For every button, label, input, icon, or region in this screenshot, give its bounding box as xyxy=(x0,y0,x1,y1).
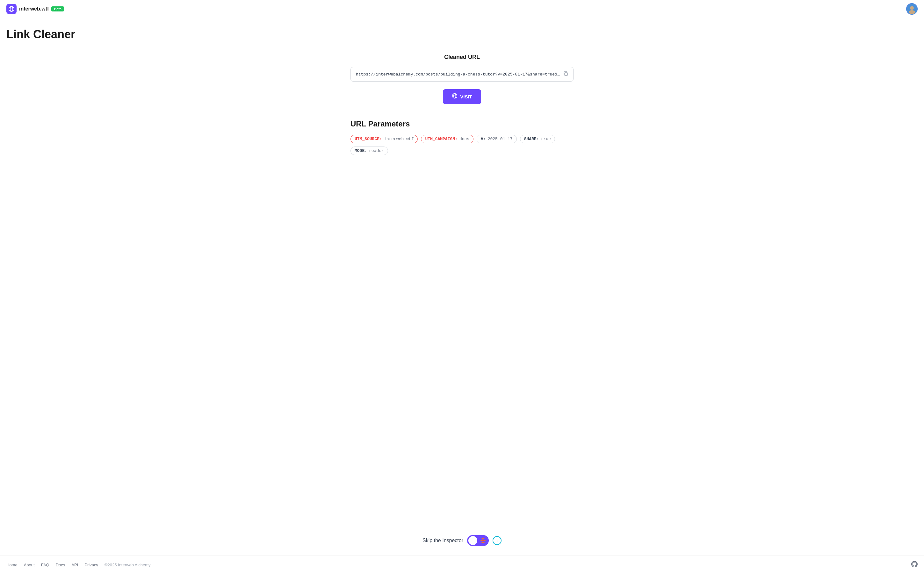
param-value-utm-campaign: docs xyxy=(459,137,469,142)
svg-point-5 xyxy=(909,10,915,14)
footer-link-docs[interactable]: Docs xyxy=(56,563,65,567)
param-value-v: 2025-01-17 xyxy=(488,137,512,142)
param-utm-campaign: UTM_CAMPAIGN: docs xyxy=(421,135,473,144)
footer-link-home[interactable]: Home xyxy=(6,563,17,567)
footer-link-api[interactable]: API xyxy=(71,563,78,567)
param-key-utm-source: UTM_SOURCE: xyxy=(355,137,382,142)
svg-point-4 xyxy=(910,6,914,10)
param-value-share: true xyxy=(541,137,551,142)
logo-icon xyxy=(6,4,17,14)
params-list: UTM_SOURCE: interweb.wtf UTM_CAMPAIGN: d… xyxy=(350,135,574,155)
toggle-globe-icon xyxy=(479,536,487,545)
skip-inspector-label: Skip the Inspector xyxy=(423,538,463,543)
copy-icon[interactable] xyxy=(563,71,568,77)
footer-link-privacy[interactable]: Privacy xyxy=(84,563,98,567)
visit-button[interactable]: VISIT xyxy=(443,89,481,104)
svg-rect-6 xyxy=(564,73,568,76)
cleaned-url-label: Cleaned URL xyxy=(444,54,480,60)
param-mode: MODE: reader xyxy=(350,147,388,155)
beta-badge: Beta xyxy=(51,6,64,11)
main-content: Link Cleaner Cleaned URL https://interwe… xyxy=(0,18,924,522)
toggle-knob xyxy=(468,536,477,545)
svg-point-13 xyxy=(482,540,484,541)
header-left: interweb.wtf Beta xyxy=(6,4,64,14)
url-text: https://interwebalchemy.com/posts/buildi… xyxy=(356,72,560,77)
footer-link-about[interactable]: About xyxy=(24,563,35,567)
param-key-share: SHARE: xyxy=(524,137,539,142)
param-v: V: 2025-01-17 xyxy=(477,135,517,144)
site-name: interweb.wtf xyxy=(19,6,49,12)
param-key-mode: MODE: xyxy=(355,148,367,153)
globe-icon xyxy=(452,93,457,100)
skip-inspector-section: Skip the Inspector i xyxy=(0,522,924,555)
skip-inspector-toggle[interactable] xyxy=(467,535,489,546)
params-section: URL Parameters UTM_SOURCE: interweb.wtf … xyxy=(350,120,574,155)
avatar[interactable] xyxy=(906,3,918,15)
info-icon[interactable]: i xyxy=(493,536,501,545)
github-icon[interactable] xyxy=(911,561,918,569)
param-value-utm-source: interweb.wtf xyxy=(384,137,414,142)
param-key-v: V: xyxy=(481,137,486,142)
param-share: SHARE: true xyxy=(520,135,555,144)
param-key-utm-campaign: UTM_CAMPAIGN: xyxy=(425,137,457,142)
footer-links: Home About FAQ Docs API Privacy ©2025 In… xyxy=(6,563,151,567)
footer: Home About FAQ Docs API Privacy ©2025 In… xyxy=(0,555,924,574)
param-utm-source: UTM_SOURCE: interweb.wtf xyxy=(350,135,418,144)
url-input-container: https://interwebalchemy.com/posts/buildi… xyxy=(350,67,574,82)
header: interweb.wtf Beta xyxy=(0,0,924,18)
params-title: URL Parameters xyxy=(350,120,574,128)
visit-label: VISIT xyxy=(460,94,472,99)
param-value-mode: reader xyxy=(369,148,384,153)
center-section: Cleaned URL https://interwebalchemy.com/… xyxy=(6,54,918,155)
footer-copyright: ©2025 Interweb Alchemy xyxy=(104,563,151,567)
footer-link-faq[interactable]: FAQ xyxy=(41,563,49,567)
page-title: Link Cleaner xyxy=(6,28,918,41)
